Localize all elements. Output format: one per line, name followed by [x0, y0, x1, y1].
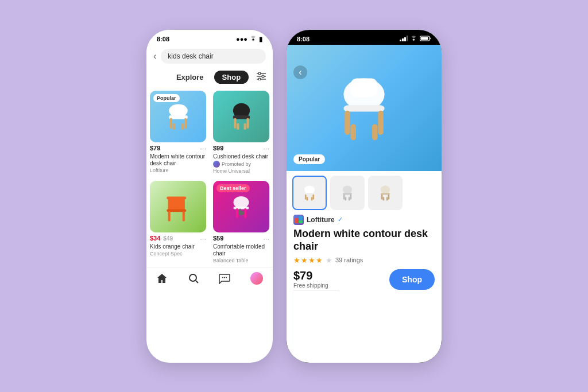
- svg-rect-69: [299, 216, 303, 220]
- svg-rect-41: [421, 37, 428, 40]
- svg-rect-59: [350, 194, 352, 199]
- svg-rect-26: [244, 208, 246, 218]
- svg-rect-8: [169, 118, 172, 129]
- tab-shop[interactable]: Shop: [214, 71, 249, 84]
- stars-row: ★★★★★ 39 ratings: [293, 256, 435, 265]
- product-card-3[interactable]: $34 $49 ··· Kids orange chair Concept Sp…: [146, 177, 210, 267]
- svg-rect-10: [172, 123, 175, 130]
- product-store-2: Home Universal: [213, 168, 269, 174]
- svg-rect-24: [234, 207, 249, 209]
- svg-rect-60: [345, 197, 347, 200]
- hero-badge: Popular: [293, 154, 325, 164]
- svg-point-35: [226, 277, 227, 278]
- left-time: 8:08: [157, 36, 169, 42]
- product-card-4[interactable]: Best seller $59 ··· Com: [210, 177, 273, 267]
- svg-line-32: [196, 281, 198, 283]
- more-dots-2[interactable]: ···: [263, 144, 269, 153]
- shipping-line: [293, 290, 339, 290]
- product-detail: Loftiture ✓ Modern white contour desk ch…: [287, 215, 442, 363]
- svg-rect-21: [182, 211, 184, 222]
- more-dots-1[interactable]: ···: [200, 144, 206, 153]
- nav-profile[interactable]: [250, 272, 263, 285]
- svg-rect-65: [388, 194, 390, 199]
- svg-rect-44: [343, 105, 384, 111]
- price-shipping: $79 Free shipping: [293, 269, 339, 290]
- tab-explore[interactable]: Explore: [171, 71, 210, 84]
- svg-rect-67: [386, 197, 388, 200]
- search-input[interactable]: kids desk chair: [161, 49, 266, 64]
- svg-rect-16: [237, 123, 239, 130]
- product-image-4: Best seller: [213, 181, 269, 232]
- right-status-icons: [400, 36, 431, 42]
- svg-point-31: [189, 274, 196, 281]
- badge-seller-4: Best seller: [216, 184, 250, 192]
- product-store-3: Concept Spec: [150, 251, 206, 257]
- filter-icon[interactable]: [257, 72, 266, 82]
- svg-rect-53: [312, 194, 314, 199]
- nav-search[interactable]: [188, 273, 199, 284]
- svg-point-5: [258, 78, 261, 80]
- more-dots-4[interactable]: ···: [263, 234, 269, 243]
- svg-point-56: [343, 185, 352, 193]
- svg-point-62: [381, 185, 390, 193]
- svg-rect-47: [351, 124, 356, 140]
- product-info-2: $99 ··· Cushioned desk chair Promoted by…: [213, 142, 269, 174]
- svg-rect-48: [372, 124, 377, 140]
- signal-icon: ●●●: [236, 36, 247, 42]
- thumb-2[interactable]: [330, 176, 365, 210]
- product-name-4: Comfortable molded chair: [213, 243, 269, 257]
- bottom-nav: [146, 267, 273, 290]
- promoted-label: Promoted by: [222, 161, 251, 167]
- left-phone: 8:08 ●●● ▮ ‹ kids desk chair Explore Sho…: [146, 30, 273, 363]
- battery-icon: ▮: [259, 36, 262, 43]
- shop-button[interactable]: Shop: [389, 269, 435, 290]
- hero-back-button[interactable]: ‹: [293, 65, 307, 79]
- product-image-3: [150, 181, 206, 232]
- thumb-1[interactable]: [292, 176, 327, 210]
- svg-rect-14: [234, 118, 236, 129]
- svg-rect-61: [349, 197, 350, 200]
- svg-rect-58: [343, 194, 345, 199]
- svg-point-28: [238, 210, 241, 213]
- product-info-1: $79 ··· Modern white contour desk chair …: [150, 142, 206, 173]
- thumbnails-row: [287, 171, 442, 215]
- promoted-avatar-2: [213, 161, 220, 168]
- promoted-row-2: Promoted by: [213, 161, 269, 168]
- product-price-4: $59: [213, 235, 223, 242]
- nav-home[interactable]: [156, 273, 168, 284]
- svg-rect-11: [181, 123, 184, 130]
- svg-rect-17: [243, 123, 246, 130]
- product-info-4: $59 ··· Comfortable molded chair Balance…: [213, 232, 269, 263]
- right-phone: 8:08: [287, 30, 442, 363]
- wifi-icon: [250, 36, 257, 42]
- right-battery-icon: [420, 36, 431, 42]
- nav-chat[interactable]: [219, 273, 230, 284]
- hero-image: ‹ Popular: [287, 45, 442, 171]
- svg-rect-20: [168, 211, 170, 222]
- svg-rect-70: [299, 220, 303, 223]
- stars-filled: ★★★★: [293, 256, 323, 265]
- svg-rect-49: [351, 78, 378, 97]
- product-name-3: Kids orange chair: [150, 243, 206, 250]
- seller-row: Loftiture ✓: [293, 215, 435, 225]
- back-button[interactable]: ‹: [153, 51, 156, 61]
- product-card-2[interactable]: $99 ··· Cushioned desk chair Promoted by…: [210, 87, 273, 177]
- svg-point-4: [262, 75, 264, 77]
- price-section: $79 Free shipping Shop: [293, 269, 435, 290]
- badge-popular-1: Popular: [153, 94, 180, 102]
- product-card-1[interactable]: Popular $79 ··· Modern white contour des…: [146, 87, 210, 177]
- more-dots-3[interactable]: ···: [200, 234, 206, 243]
- svg-rect-37: [402, 38, 404, 41]
- thumb-3[interactable]: [368, 176, 403, 210]
- product-price-2: $99: [213, 145, 223, 152]
- right-time: 8:08: [297, 36, 310, 42]
- svg-rect-68: [295, 218, 298, 223]
- svg-rect-38: [404, 37, 406, 41]
- svg-point-33: [222, 277, 223, 278]
- svg-point-3: [258, 72, 261, 75]
- svg-rect-66: [383, 197, 385, 200]
- svg-rect-39: [407, 36, 408, 41]
- product-name-1: Modern white contour desk chair: [150, 153, 206, 167]
- seller-name: Loftiture: [307, 216, 335, 224]
- svg-point-34: [224, 277, 225, 278]
